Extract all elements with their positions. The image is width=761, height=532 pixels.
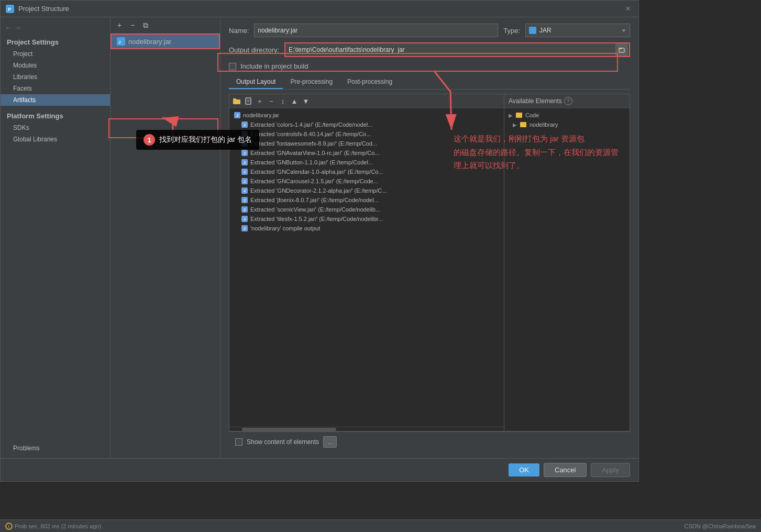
name-row: Name: Type: JAR ▼: [229, 24, 630, 37]
tree-item-jfoenix[interactable]: J Extracted 'jfoenix-8.0.7.jar/' (E:/tem…: [229, 195, 504, 205]
back-button[interactable]: ←: [5, 24, 12, 32]
tree-item-gnbutton[interactable]: J Extracted 'GNButton-1.1.0.jar/' (E:/te…: [229, 158, 504, 167]
bottom-bar: Show content of elements ...: [229, 431, 630, 452]
tree-item-controlsfx[interactable]: J Extracted 'controlsfx-8.40.14.jar/' (E…: [229, 129, 504, 139]
tree-content[interactable]: J nodelibrary.jar J Extracted 'colors-1.…: [229, 108, 504, 427]
elements-help-icon[interactable]: ?: [564, 97, 572, 105]
name-input[interactable]: [254, 24, 498, 37]
callout-number-1: 1: [144, 134, 155, 146]
callout-bubble-1: 1 找到对应我们打包的 jar 包名: [136, 130, 259, 150]
dialog-window: P Project Structure × ← → Project Settin…: [0, 0, 639, 482]
add-artifact-button[interactable]: +: [114, 19, 125, 31]
sidebar-item-artifacts[interactable]: Artifacts: [1, 94, 110, 106]
output-dir-label: Output directory:: [229, 46, 279, 54]
remove-artifact-button[interactable]: −: [127, 19, 138, 31]
sidebar-item-sdks[interactable]: SDKs: [1, 122, 110, 134]
type-label: Type:: [503, 27, 520, 35]
tab-pre-processing[interactable]: Pre-processing: [283, 75, 340, 89]
artifact-item-nodelibrary[interactable]: J nodelibrary:jar: [111, 34, 220, 49]
tree-file-button[interactable]: [243, 96, 253, 106]
dialog-body: ← → Project Settings Project Modules Lib…: [1, 17, 638, 458]
platform-settings-section: Platform Settings: [1, 110, 110, 122]
output-dir-wrapper: [284, 42, 630, 57]
tree-item-tilesfx[interactable]: J Extracted 'tilesfx-1.5.2.jar/' (E:/tem…: [229, 214, 504, 224]
sidebar-item-facets[interactable]: Facets: [1, 83, 110, 94]
tree-item-gncarousel[interactable]: J Extracted 'GNCarousel-2.1.5.jar/' (E:/…: [229, 176, 504, 186]
copy-artifact-button[interactable]: ⧉: [140, 19, 151, 31]
tab-output-layout[interactable]: Output Layout: [229, 75, 283, 89]
element-item-nodelibrary[interactable]: ▶ nodelibrary: [504, 120, 630, 129]
output-dir-input[interactable]: [285, 45, 615, 55]
tree-sort-button[interactable]: ↕: [278, 96, 288, 106]
type-select[interactable]: JAR ▼: [525, 24, 630, 37]
include-build-row: Include in project build: [229, 62, 630, 70]
tree-item-scenicview[interactable]: J Extracted 'scenicView.jar/' (E:/temp/C…: [229, 205, 504, 214]
sidebar: ← → Project Settings Project Modules Lib…: [1, 17, 111, 458]
tree-item-fontawesome[interactable]: J Extracted 'fontawesomefx-8.9.jar/' (E:…: [229, 139, 504, 148]
element-item-code[interactable]: ▶ Code: [504, 110, 630, 120]
forward-button[interactable]: →: [14, 24, 21, 32]
ok-button[interactable]: OK: [509, 463, 539, 476]
tree-item-gnavatar[interactable]: J Extracted 'GNAvatarView-1.0-rc.jar/' (…: [229, 148, 504, 158]
tree-item-gndecorator[interactable]: J Extracted 'GNDecorator-2.1.2-alpha.jar…: [229, 186, 504, 195]
tree-item-root[interactable]: J nodelibrary.jar: [229, 110, 504, 120]
jar-compile-icon: J: [241, 225, 248, 232]
apply-button[interactable]: Apply: [591, 463, 630, 477]
folder-nodelibrary-icon: [520, 122, 526, 127]
sidebar-item-project[interactable]: Project: [1, 48, 110, 60]
more-button[interactable]: ...: [323, 436, 337, 448]
include-build-label: Include in project build: [240, 62, 308, 70]
tree-remove-button[interactable]: −: [266, 96, 277, 106]
svg-rect-8: [233, 98, 236, 101]
elements-title: Available Elements: [509, 97, 562, 105]
sidebar-item-problems[interactable]: Problems: [1, 442, 110, 454]
status-text: Prob sec, 802 ms (2 minutes ago): [15, 523, 101, 529]
tab-post-processing[interactable]: Post-processing: [340, 75, 400, 89]
tree-folder-button[interactable]: [231, 96, 242, 106]
tree-up-button[interactable]: ▲: [289, 96, 300, 106]
include-build-checkbox[interactable]: [229, 63, 236, 70]
jar-type-icon: [529, 27, 536, 34]
element-code-arrow: ▶: [509, 113, 513, 118]
jar-icon: J: [117, 37, 125, 46]
browse-output-button[interactable]: [615, 43, 628, 56]
problems-indicator[interactable]: ! Prob sec, 802 ms (2 minutes ago): [5, 523, 101, 530]
svg-rect-9: [246, 98, 251, 104]
dropdown-arrow-icon: ▼: [621, 28, 626, 34]
content-area: + − ↕ ▲ ▼ J nodelibrary.jar: [229, 94, 630, 431]
jar-gncalendar-icon: J: [241, 168, 248, 175]
status-bar: ! Prob sec, 802 ms (2 minutes ago) CSDN …: [0, 519, 761, 532]
tree-item-colors[interactable]: J Extracted 'colors-1.4.jar/' (E:/temp/C…: [229, 120, 504, 129]
tree-toolbar: + − ↕ ▲ ▼: [229, 94, 504, 108]
sidebar-item-libraries[interactable]: Libraries: [1, 71, 110, 83]
jar-tilesfx-icon: J: [241, 215, 248, 223]
folder-code-icon: [516, 113, 522, 118]
tabs-bar: Output Layout Pre-processing Post-proces…: [229, 75, 630, 90]
tree-item-compile-output[interactable]: J 'nodelibrary' compile output: [229, 224, 504, 233]
horizontal-scrollbar[interactable]: [229, 427, 504, 431]
project-settings-section: Project Settings: [1, 36, 110, 48]
show-content-checkbox[interactable]: [235, 438, 242, 446]
scrollbar-thumb[interactable]: [242, 428, 336, 431]
cancel-button[interactable]: Cancel: [544, 463, 587, 477]
callout-text-1: 找到对应我们打包的 jar 包名: [159, 135, 252, 145]
artifact-name-label: nodelibrary:jar: [128, 38, 171, 46]
element-nodelibrary-arrow: ▶: [513, 122, 517, 128]
jar-jfoenix-icon: J: [241, 196, 248, 204]
elements-header: Available Elements ?: [504, 94, 630, 108]
jar-gncarousel-icon: J: [241, 178, 248, 185]
svg-rect-6: [619, 48, 622, 49]
tree-add-button[interactable]: +: [255, 96, 265, 106]
status-right-text: CSDN @ChinaRainbowSea: [684, 523, 756, 529]
jar-extracted-icon: J: [241, 121, 248, 128]
dialog-title: Project Structure: [18, 5, 623, 13]
sidebar-item-global-libraries[interactable]: Global Libraries: [1, 134, 110, 145]
jar-gnavatar-icon: J: [241, 149, 248, 157]
tree-down-button[interactable]: ▼: [301, 96, 311, 106]
sidebar-item-modules[interactable]: Modules: [1, 60, 110, 71]
close-button[interactable]: ×: [623, 4, 633, 14]
artifact-list-panel: + − ⧉ J nodelibrary:jar: [111, 17, 220, 458]
tree-item-gncalendar[interactable]: J Extracted 'GNCalendar-1.0-alpha.jar/' …: [229, 167, 504, 176]
svg-text:J: J: [118, 40, 120, 45]
elements-content[interactable]: ▶ Code ▶ nodelibrary: [504, 108, 630, 431]
